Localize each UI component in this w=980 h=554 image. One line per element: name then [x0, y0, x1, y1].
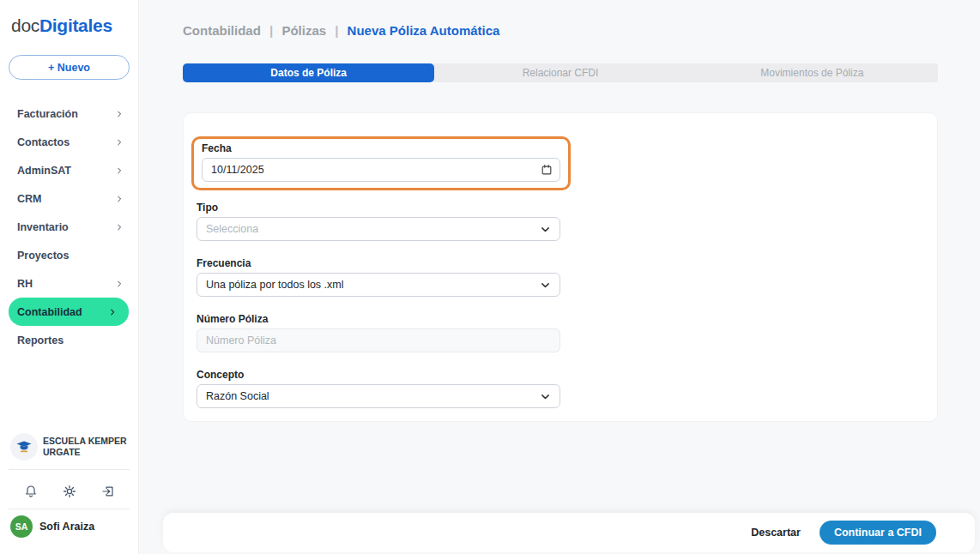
user-avatar: SA: [10, 515, 33, 538]
new-button[interactable]: + Nuevo: [9, 55, 130, 80]
page-title: Nueva Póliza Automática: [348, 23, 500, 38]
sidebar-item-adminsat[interactable]: AdminSAT: [0, 156, 139, 184]
sidebar-item-reportes[interactable]: Reportes: [0, 326, 139, 354]
wizard-tabbar: Datos de Póliza Relacionar CFDI Movimien…: [183, 63, 938, 82]
divider: [9, 469, 130, 470]
sidebar-item-facturacion[interactable]: Facturación: [0, 99, 139, 128]
breadcrumb-separator: |: [335, 23, 338, 38]
chevron-right-icon: [115, 223, 124, 232]
frecuencia-selected-value: Una póliza por todos los .xml: [206, 279, 344, 291]
sidebar-item-crm[interactable]: CRM: [0, 184, 139, 213]
user-account[interactable]: SA Sofi Araiza: [10, 515, 94, 538]
chevron-right-icon: [108, 308, 117, 316]
logout-icon[interactable]: [101, 485, 115, 498]
numero-poliza-label: Número Póliza: [197, 313, 560, 325]
tipo-label: Tipo: [197, 202, 560, 214]
sidebar-item-label: AdminSAT: [17, 165, 71, 177]
company-name: ESCUELA KEMPER URGATE: [43, 436, 127, 458]
settings-gear-icon[interactable]: [63, 485, 76, 498]
user-name: Sofi Araiza: [39, 521, 94, 533]
sidebar-item-inventario[interactable]: Inventario: [0, 213, 139, 241]
concepto-field-group: Concepto Razón Social: [197, 369, 560, 408]
numero-poliza-field-group: Número Póliza: [197, 313, 560, 352]
sidebar-item-label: Proyectos: [17, 250, 69, 262]
concepto-selected-value: Razón Social: [206, 390, 269, 402]
tab-relacionar-cfdi[interactable]: Relacionar CFDI: [434, 63, 686, 82]
sidebar-item-contactos[interactable]: Contactos: [0, 128, 139, 156]
sidebar-item-label: Contactos: [17, 136, 70, 148]
form-card: Fecha Tipo Selecciona: [183, 112, 938, 422]
breadcrumb-separator: |: [269, 23, 273, 38]
calendar-icon[interactable]: [541, 164, 553, 176]
chevron-right-icon: [115, 110, 124, 118]
company-switcher[interactable]: ESCUELA KEMPER URGATE: [10, 433, 127, 461]
sidebar-item-contabilidad[interactable]: Contabilidad: [9, 298, 129, 326]
logo-prefix: doc: [11, 15, 39, 35]
breadcrumb-contabilidad[interactable]: Contabilidad: [183, 23, 261, 38]
chevron-right-icon: [115, 138, 124, 147]
main-content: Contabilidad | Pólizas | Nueva Póliza Au…: [139, 0, 980, 554]
numero-poliza-input[interactable]: [197, 328, 560, 352]
chevron-down-icon: [540, 280, 551, 291]
concepto-label: Concepto: [197, 369, 560, 381]
chevron-right-icon: [115, 280, 124, 288]
continue-to-cfdi-button[interactable]: Continuar a CFDI: [820, 521, 936, 545]
tab-datos-de-poliza[interactable]: Datos de Póliza: [183, 63, 434, 82]
fecha-field-group: Fecha: [202, 142, 560, 182]
chevron-right-icon: [115, 166, 124, 175]
tipo-selected-value: Selecciona: [206, 223, 258, 235]
frecuencia-field-group: Frecuencia Una póliza por todos los .xml: [197, 257, 560, 297]
action-footer: Descartar Continuar a CFDI: [163, 513, 975, 552]
logo-suffix: Digitales: [39, 15, 112, 35]
breadcrumb-polizas[interactable]: Pólizas: [281, 23, 326, 38]
discard-button[interactable]: Descartar: [751, 527, 801, 539]
tab-movimientos-de-poliza[interactable]: Movimientos de Póliza: [687, 63, 938, 82]
tipo-select[interactable]: Selecciona: [197, 217, 560, 241]
sidebar-item-label: CRM: [17, 193, 41, 205]
fecha-label: Fecha: [202, 142, 560, 154]
breadcrumb: Contabilidad | Pólizas | Nueva Póliza Au…: [183, 23, 499, 38]
sidebar-nav: Facturación Contactos AdminSAT CRM Inven…: [0, 99, 139, 354]
chevron-down-icon: [540, 224, 551, 235]
graduation-cap-icon: [15, 437, 33, 456]
company-avatar: [10, 433, 38, 461]
frecuencia-label: Frecuencia: [197, 257, 560, 269]
concepto-select[interactable]: Razón Social: [197, 384, 560, 408]
sidebar: docDigitales + Nuevo Facturación Contact…: [0, 0, 139, 554]
divider: [9, 509, 130, 509]
notifications-bell-icon[interactable]: [24, 485, 38, 498]
sidebar-item-rh[interactable]: RH: [0, 269, 139, 298]
chevron-down-icon: [540, 391, 551, 402]
annotation-highlight: Fecha: [191, 136, 571, 190]
sidebar-item-label: RH: [17, 278, 33, 290]
sidebar-item-label: Reportes: [17, 334, 64, 346]
sidebar-icon-row: [0, 479, 139, 504]
app-logo: docDigitales: [11, 15, 112, 36]
sidebar-item-label: Facturación: [17, 108, 78, 120]
fecha-input[interactable]: [202, 158, 560, 182]
tipo-field-group: Tipo Selecciona: [197, 202, 560, 241]
sidebar-item-label: Inventario: [17, 221, 69, 233]
sidebar-item-label: Contabilidad: [17, 306, 82, 318]
chevron-right-icon: [115, 195, 124, 203]
sidebar-item-proyectos[interactable]: Proyectos: [0, 241, 139, 269]
frecuencia-select[interactable]: Una póliza por todos los .xml: [197, 273, 560, 297]
